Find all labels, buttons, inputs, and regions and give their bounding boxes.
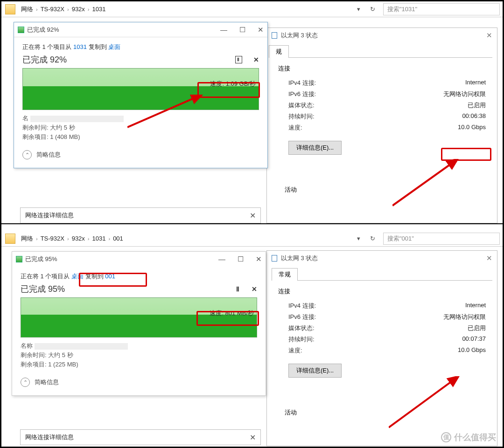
status-row: IPv6 连接:无网络访问权限 [278, 89, 486, 100]
copy-progress-icon [18, 27, 24, 33]
search-input[interactable]: 搜索"1031" [383, 3, 500, 15]
close-icon[interactable]: ✕ [258, 26, 264, 34]
search-input[interactable]: 搜索"001" [383, 233, 500, 245]
remaining-time: 剩余时间: 大约 5 秒 [22, 123, 259, 132]
summary-toggle[interactable]: ⌃ 简略信息 [21, 378, 257, 387]
status-row: IPv4 连接:Internet [278, 77, 486, 89]
copy-progress-icon [16, 256, 22, 262]
remaining-time: 剩余时间: 大约 5 秒 [21, 351, 257, 360]
status-row: IPv4 连接:Internet [278, 300, 486, 311]
details-button[interactable]: 详细信息(E)... [288, 364, 342, 378]
summary-toggle[interactable]: ⌃ 简略信息 [22, 150, 259, 159]
breadcrumb[interactable]: 网络› TS-932X› 932x› 1031› 001 [19, 234, 350, 243]
dialog-title: 已完成 95% [25, 255, 57, 263]
close-icon[interactable]: ✕ [250, 433, 256, 442]
watermark: 值 什么值得买 [441, 432, 496, 443]
breadcrumb[interactable]: 网络› TS-932X› 932x› 1031 [19, 5, 350, 14]
minimize-icon[interactable]: — [218, 255, 225, 263]
close-icon[interactable]: ✕ [486, 254, 492, 262]
refresh-icon[interactable]: ↻ [367, 235, 378, 242]
speed-graph: 速度: 1.09 GB/秒 [22, 68, 259, 110]
close-icon[interactable]: ✕ [486, 31, 492, 40]
progress-percent: 已完成 92% [22, 54, 67, 65]
chevron-right-icon: › [87, 236, 91, 241]
dest-link[interactable]: 001 [105, 273, 115, 280]
speed-label: 速度: 801 MB/秒 [210, 309, 254, 317]
cancel-icon[interactable]: ✕ [253, 56, 259, 63]
status-row: 媒体状态:已启用 [278, 323, 486, 334]
cancel-icon[interactable]: ✕ [252, 285, 257, 293]
ethernet-status-dialog: 以太网 3 状态 ✕ 规 连接 IPv4 连接:InternetIPv6 连接:… [266, 28, 497, 223]
ethernet-icon [272, 32, 277, 39]
details-button[interactable]: 详细信息(E)... [288, 141, 342, 155]
activity-label: 活动 [278, 401, 486, 417]
minimize-icon[interactable]: — [220, 26, 227, 34]
status-row: 媒体状态:已启用 [278, 100, 486, 111]
copy-description: 正在将 1 个项目从 桌面 复制到 001 [21, 272, 257, 281]
network-details-bar[interactable]: 网络连接详细信息✕ [20, 207, 261, 223]
address-bar: 网络› TS-932X› 932x› 1031 ▾ ↻ 搜索"1031" [1, 1, 503, 17]
close-icon[interactable]: ✕ [256, 255, 262, 263]
dialog-title: 以太网 3 状态 [281, 254, 318, 262]
chevron-right-icon: › [35, 7, 39, 12]
status-row: 持续时间:00:06:38 [278, 111, 486, 122]
status-row: IPv6 连接:无网络访问权限 [278, 311, 486, 323]
watermark-icon: 值 [441, 432, 451, 442]
network-details-bar[interactable]: 网络连接详细信息✕ [20, 429, 261, 445]
folder-icon [5, 234, 15, 244]
progress-percent: 已完成 95% [21, 283, 65, 295]
remaining-items: 剩余项目: 1 (408 MB) [22, 132, 259, 142]
chevron-right-icon: › [35, 236, 39, 241]
dest-link[interactable]: 桌面 [108, 43, 120, 50]
address-bar: 网络› TS-932X› 932x› 1031› 001 ▾ ↻ 搜索"001" [1, 231, 503, 247]
status-row: 持续时间:00:07:37 [278, 334, 486, 345]
chevron-right-icon: › [66, 236, 70, 241]
refresh-icon[interactable]: ↻ [367, 6, 378, 13]
source-link[interactable]: 桌面 [71, 273, 84, 280]
pause-icon[interactable]: Ⅱ [235, 56, 242, 63]
pause-icon[interactable]: Ⅱ [236, 285, 240, 293]
source-link[interactable]: 1031 [73, 43, 87, 50]
dropdown-icon[interactable]: ▾ [353, 6, 364, 13]
dropdown-icon[interactable]: ▾ [353, 235, 364, 242]
dialog-title: 以太网 3 状态 [281, 31, 318, 40]
copy-description: 正在将 1 个项目从 1031 复制到 桌面 [22, 43, 259, 51]
ethernet-icon [272, 255, 277, 262]
maximize-icon[interactable]: ☐ [238, 255, 244, 263]
section-header: 连接 [278, 64, 486, 73]
copy-progress-dialog: 已完成 95% — ☐ ✕ 正在将 1 个项目从 桌面 复制到 001 已完成 … [12, 251, 266, 396]
maximize-icon[interactable]: ☐ [239, 26, 245, 34]
speed-graph: 速度: 801 MB/秒 [21, 297, 257, 338]
tab-general[interactable]: 常规 [272, 268, 298, 281]
status-row: 速度:10.0 Gbps [278, 345, 486, 356]
close-icon[interactable]: ✕ [250, 211, 256, 220]
dialog-title: 已完成 92% [27, 26, 59, 34]
remaining-items: 剩余项目: 1 (225 MB) [21, 360, 257, 369]
activity-label: 活动 [278, 178, 486, 194]
speed-label: 速度: 1.09 GB/秒 [210, 80, 256, 88]
copy-progress-dialog: 已完成 92% — ☐ ✕ 正在将 1 个项目从 1031 复制到 桌面 已完成… [14, 22, 268, 168]
folder-icon [5, 4, 15, 14]
tab-general[interactable]: 规 [269, 45, 289, 58]
chevron-right-icon: › [107, 236, 111, 241]
chevron-up-icon: ⌃ [22, 150, 32, 159]
chevron-up-icon: ⌃ [21, 378, 30, 387]
ethernet-status-dialog: 以太网 3 状态 ✕ 常规 连接 IPv4 连接:InternetIPv6 连接… [266, 250, 497, 446]
status-row: 速度:10.0 Gbps [278, 122, 486, 133]
chevron-right-icon: › [66, 7, 70, 12]
section-header: 连接 [278, 287, 486, 296]
chevron-right-icon: › [87, 7, 91, 12]
